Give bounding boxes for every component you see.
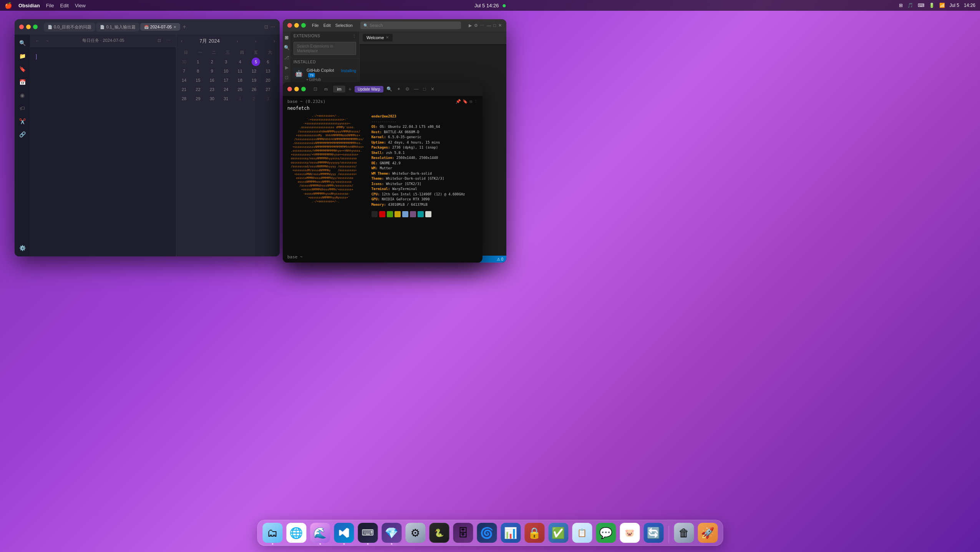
warp-close-button[interactable] xyxy=(287,87,292,91)
dock-tableplus[interactable]: 📊 xyxy=(500,522,521,543)
obsidian-tab-1[interactable]: 📄 0.0_目前不会的问题 xyxy=(44,23,95,31)
cal-day-22[interactable]: 22 xyxy=(193,85,202,94)
vscode-explorer-icon[interactable]: ⊞ xyxy=(283,34,290,41)
warp-restore-icon[interactable]: □ xyxy=(422,86,428,93)
minimize-button[interactable] xyxy=(26,25,31,29)
vscode-search-bar[interactable]: 🔍 xyxy=(360,21,461,29)
menubar-file[interactable]: File xyxy=(46,3,54,8)
dock-vscode[interactable] xyxy=(333,522,354,543)
cal-day-1[interactable]: 1 xyxy=(193,58,202,66)
apple-logo-icon[interactable]: 🍎 xyxy=(5,2,12,9)
cal-day-3[interactable]: 3 xyxy=(221,58,230,66)
vscode-run-icon[interactable]: ▶ xyxy=(469,23,472,28)
warp-tab-im[interactable]: im xyxy=(333,86,345,93)
vscode-search-sidebar-icon[interactable]: 🔍 xyxy=(283,44,290,51)
sidebar-search-icon[interactable]: 🔍 xyxy=(17,38,28,48)
vscode-tab-welcome[interactable]: Welcome ✕ xyxy=(363,34,393,41)
sidebar-scissors-icon[interactable]: ✂️ xyxy=(17,116,28,127)
vscode-close-icon[interactable]: ✕ xyxy=(498,23,502,28)
cal-day-11[interactable]: 11 xyxy=(235,67,245,75)
sidebar-calendar-icon[interactable]: 📅 xyxy=(17,77,28,88)
vscode-minimize-button[interactable] xyxy=(294,23,299,28)
vscode-menu-file[interactable]: File xyxy=(312,23,319,28)
warp-update-button[interactable]: Update Warp xyxy=(355,86,383,93)
obsidian-more-icon[interactable]: ⋯ xyxy=(270,24,275,30)
cal-day-4[interactable]: 4 xyxy=(235,58,245,66)
menubar-view[interactable]: View xyxy=(75,3,86,8)
back-button[interactable]: ← xyxy=(34,38,41,44)
cal-day-27[interactable]: 27 xyxy=(264,85,273,94)
maximize-button[interactable] xyxy=(33,25,38,29)
cal-day-23[interactable]: 23 xyxy=(207,85,217,94)
warp-close-icon[interactable]: ✕ xyxy=(429,86,436,93)
vscode-search-input[interactable] xyxy=(370,23,458,28)
dock-finder[interactable]: 🗂 xyxy=(262,522,283,543)
cal-day-14[interactable]: 14 xyxy=(179,76,189,84)
cal-day-5-today[interactable]: 5 xyxy=(252,58,260,66)
vscode-ext-search[interactable]: Search Extensions in Marketplace xyxy=(294,42,356,55)
cal-day-19[interactable]: 19 xyxy=(249,76,259,84)
cal-day-15[interactable]: 15 xyxy=(193,76,202,84)
cal-day-21[interactable]: 21 xyxy=(179,85,189,94)
cal-day-30prev[interactable]: 30 xyxy=(179,58,189,66)
dock-proxyman[interactable]: 🔒 xyxy=(524,522,545,543)
warp-filter-icon[interactable]: ⊟ xyxy=(469,99,472,104)
dock-todesk[interactable]: 📋 xyxy=(572,522,592,543)
vscode-menu-edit[interactable]: Edit xyxy=(323,23,331,28)
warp-add-tab-icon[interactable]: + xyxy=(347,85,353,93)
vscode-sidebar-filter-icon[interactable]: ⋮ xyxy=(352,34,357,38)
vscode-maximize-button[interactable] xyxy=(301,23,306,28)
cal-day-2[interactable]: 2 xyxy=(207,58,217,66)
cal-day-28[interactable]: 28 xyxy=(179,94,189,103)
warp-bookmark-icon[interactable]: 🔖 xyxy=(463,99,468,104)
cal-day-9[interactable]: 9 xyxy=(207,67,217,75)
cal-day-17[interactable]: 17 xyxy=(221,76,230,84)
warp-pin-icon[interactable]: 📌 xyxy=(456,99,461,104)
vscode-menu-selection[interactable]: Selection xyxy=(335,23,353,28)
dock-trash[interactable]: 🗑 xyxy=(673,522,694,543)
sidebar-graph-icon[interactable]: ◉ xyxy=(17,90,28,101)
obsidian-editor[interactable]: ← → 每日任务 · 2024-07-05 ⊡ ⋯ xyxy=(30,35,176,256)
warp-terminal-content[interactable]: base ~ (0.232s) 📌 🔖 ⊟ ⋮ neofetch .-/+oos… xyxy=(283,96,483,263)
warp-search-icon[interactable]: 🔍 xyxy=(385,86,394,93)
dock-things3[interactable]: ✅ xyxy=(548,522,569,543)
dock-system-prefs[interactable]: ⚙ xyxy=(405,522,426,543)
dock-launchpad[interactable]: 🚀 xyxy=(697,522,718,543)
warp-settings-icon[interactable]: ⚙ xyxy=(404,86,411,93)
vscode-restore-icon[interactable]: □ xyxy=(493,23,496,28)
warp-sidebar-icon[interactable]: ⊡ xyxy=(312,86,319,93)
obsidian-split-icon[interactable]: ⊡ xyxy=(264,24,268,30)
warp-tab-m[interactable]: m xyxy=(320,86,332,93)
vscode-git-icon[interactable]: ⎇ xyxy=(283,54,290,61)
calendar-next-button[interactable]: › xyxy=(274,38,275,44)
calendar-next-month-icon[interactable]: › xyxy=(255,39,257,43)
close-button[interactable] xyxy=(19,25,24,29)
calendar-prev-button[interactable]: ‹ xyxy=(181,38,182,44)
cal-day-31[interactable]: 31 xyxy=(221,94,230,103)
calendar-prev-month-icon[interactable]: ‹ xyxy=(237,39,238,43)
warp-minimize-icon[interactable]: — xyxy=(413,86,420,93)
cal-day-29[interactable]: 29 xyxy=(193,94,202,103)
cal-day-8[interactable]: 8 xyxy=(193,67,202,75)
dock-pycharm[interactable]: 🐍 xyxy=(429,522,449,543)
cal-day-6[interactable]: 6 xyxy=(264,58,273,66)
forward-button[interactable]: → xyxy=(43,38,51,44)
warp-more-icon[interactable]: ⋮ xyxy=(474,99,478,104)
cal-day-24[interactable]: 24 xyxy=(221,85,230,94)
copilot-action[interactable]: Installing xyxy=(341,68,356,73)
cal-day-2next[interactable]: 2 xyxy=(249,94,259,103)
reading-mode-button[interactable]: ⊡ xyxy=(156,37,163,44)
vscode-debug-sidebar-icon[interactable]: ▶ xyxy=(283,64,290,71)
dock-pigchaproxy[interactable]: 🐷 xyxy=(619,522,640,543)
warp-maximize-button[interactable] xyxy=(301,87,306,91)
dock-webstorm[interactable]: 🌀 xyxy=(476,522,497,543)
cal-day-25[interactable]: 25 xyxy=(235,85,245,94)
cal-day-20[interactable]: 20 xyxy=(264,76,273,84)
dock-chrome[interactable]: 🌐 xyxy=(286,522,307,543)
cal-day-3next[interactable]: 3 xyxy=(264,94,273,103)
dock-alttab[interactable]: 🔄 xyxy=(643,522,664,543)
vscode-more-icon[interactable]: ⋯ xyxy=(480,23,484,28)
cal-day-7[interactable]: 7 xyxy=(179,67,189,75)
vscode-minimize-icon[interactable]: — xyxy=(487,23,491,28)
warp-ai-icon[interactable]: ✦ xyxy=(395,86,402,93)
